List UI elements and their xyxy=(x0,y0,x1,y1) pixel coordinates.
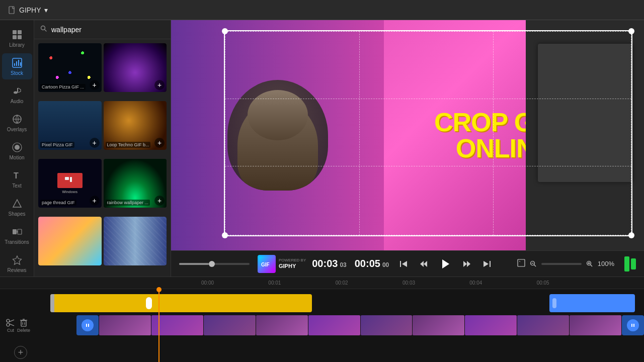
gif-add-button[interactable]: + xyxy=(154,138,165,148)
gif-item[interactable] xyxy=(38,217,102,265)
playhead[interactable] xyxy=(158,289,159,362)
gif-item[interactable]: + Cartoon Pizza GIF ... xyxy=(38,43,102,92)
powered-by-label: POWERED BY xyxy=(279,258,306,263)
crop-grid-h2 xyxy=(225,166,631,166)
thumb-cell xyxy=(204,315,256,335)
gif-thumbnail xyxy=(38,217,102,265)
track-content-main xyxy=(40,294,640,312)
search-icon xyxy=(40,25,47,34)
svg-rect-57 xyxy=(631,324,632,327)
thumbnail-track: Cut Delete xyxy=(0,314,644,336)
delete-tool-button[interactable]: Delete xyxy=(17,318,30,333)
main-layout: Library Stock Audio Overlays Motion xyxy=(0,20,644,277)
gif-label: rainbow wallpaper ... xyxy=(106,200,150,206)
ruler-mark-2: 00:02 xyxy=(336,280,403,286)
playhead-marker xyxy=(156,287,162,292)
fast-forward-button[interactable] xyxy=(459,256,475,272)
skip-back-button[interactable] xyxy=(395,256,412,272)
search-bar: wallpaper xyxy=(34,20,171,39)
svg-rect-37 xyxy=(518,259,525,266)
crop-handle-top-left[interactable] xyxy=(222,28,228,34)
play-button[interactable] xyxy=(436,254,455,274)
timeline-ruler: 00:00 00:01 00:02 00:03 00:04 00:05 xyxy=(0,277,644,289)
sidebar-item-overlays[interactable]: Overlays xyxy=(2,110,32,136)
gif-item[interactable]: + rainbow wallpaper ... xyxy=(104,159,167,208)
add-track-button[interactable]: + xyxy=(14,346,27,359)
ruler-mark-0: 00:00 xyxy=(201,280,268,286)
thumb-play-icon xyxy=(82,319,94,331)
video-canvas: CROP GIFS ONLINE xyxy=(171,20,644,250)
svg-point-46 xyxy=(7,319,10,322)
svg-rect-25 xyxy=(70,177,72,182)
add-icon: + xyxy=(18,347,24,358)
thumb-cell xyxy=(517,315,569,335)
crop-handle-bottom-left[interactable] xyxy=(222,232,228,238)
track-playback-handle[interactable] xyxy=(146,297,152,309)
motion-icon xyxy=(12,142,23,153)
gif-item[interactable]: Windows + page thread GIF xyxy=(38,159,102,208)
thumb-cell xyxy=(465,315,517,335)
crop-grid-v2 xyxy=(493,31,494,235)
stock-icon xyxy=(12,57,23,68)
crop-handle-bottom-right[interactable] xyxy=(628,232,634,238)
zoom-slider[interactable] xyxy=(541,263,582,265)
yellow-track[interactable] xyxy=(50,294,312,312)
green-bar-2 xyxy=(631,258,636,269)
skip-forward-button[interactable] xyxy=(479,256,495,272)
svg-marker-36 xyxy=(484,261,489,267)
sidebar-item-library[interactable]: Library xyxy=(2,25,32,51)
gif-item[interactable]: + Pixel Pizza GIF xyxy=(38,101,102,150)
svg-rect-11 xyxy=(17,88,18,93)
progress-thumb-dot[interactable] xyxy=(209,261,215,267)
crop-handle-top-right[interactable] xyxy=(628,28,634,34)
zoom-in-button[interactable] xyxy=(585,259,595,269)
content-panel: wallpaper + Cartoon Pizza GIF ... + + Pi… xyxy=(34,20,171,277)
gif-add-button[interactable]: + xyxy=(90,138,100,148)
zoom-out-button[interactable] xyxy=(528,259,538,269)
rewind-button[interactable] xyxy=(416,256,432,272)
sidebar-label-text: Text xyxy=(12,183,21,189)
sidebar-item-audio[interactable]: Audio xyxy=(2,81,32,108)
gif-thumbnail xyxy=(104,217,167,265)
crop-overlay[interactable] xyxy=(224,30,632,236)
track-row-main xyxy=(0,292,644,314)
svg-marker-29 xyxy=(402,261,407,267)
audio-level-indicator xyxy=(624,256,636,272)
gif-add-button[interactable]: + xyxy=(154,80,165,90)
sidebar-item-text[interactable]: T Text xyxy=(2,166,32,192)
progress-slider[interactable] xyxy=(179,263,250,265)
giphy-logo-box: GIF xyxy=(258,255,276,273)
library-icon xyxy=(12,29,23,40)
thumb-cell-first xyxy=(76,315,99,335)
fullscreen-button[interactable] xyxy=(517,259,525,269)
giphy-dropdown[interactable]: GIPHY ▾ xyxy=(8,6,48,14)
sidebar-item-transitions[interactable]: Transitions xyxy=(2,222,32,248)
thumb-cell xyxy=(413,315,464,335)
zoom-percent-label: 100% xyxy=(598,260,614,267)
gif-add-button[interactable]: + xyxy=(90,80,100,90)
gif-add-button[interactable]: + xyxy=(90,196,100,206)
gif-item[interactable] xyxy=(104,217,167,265)
current-frames: 03 xyxy=(340,261,346,268)
cut-tool-button[interactable]: Cut xyxy=(6,318,15,333)
sidebar-item-stock[interactable]: Stock xyxy=(2,53,32,79)
sidebar-item-motion[interactable]: Motion xyxy=(2,138,32,164)
track-tools: Cut Delete xyxy=(0,318,36,333)
search-input[interactable]: wallpaper xyxy=(51,26,165,34)
svg-line-22 xyxy=(45,30,47,32)
svg-rect-18 xyxy=(13,229,17,234)
sidebar-item-shapes[interactable]: Shapes xyxy=(2,194,32,220)
gif-add-button[interactable]: + xyxy=(154,196,165,206)
svg-rect-3 xyxy=(13,35,17,39)
svg-line-45 xyxy=(590,264,592,266)
blue-track-segment[interactable] xyxy=(549,294,635,312)
gif-item[interactable]: + xyxy=(104,43,167,92)
gif-item[interactable]: + Loop Techno GIF b... xyxy=(104,101,167,150)
timeline-tracks: Cut Delete xyxy=(0,289,644,362)
sidebar-label-audio: Audio xyxy=(11,99,24,104)
svg-rect-50 xyxy=(21,321,26,326)
gif-label: page thread GIF xyxy=(40,200,76,206)
sidebar-item-reviews[interactable]: Reviews xyxy=(2,250,32,277)
blue-track-handle[interactable] xyxy=(552,298,556,308)
svg-rect-28 xyxy=(400,261,401,267)
